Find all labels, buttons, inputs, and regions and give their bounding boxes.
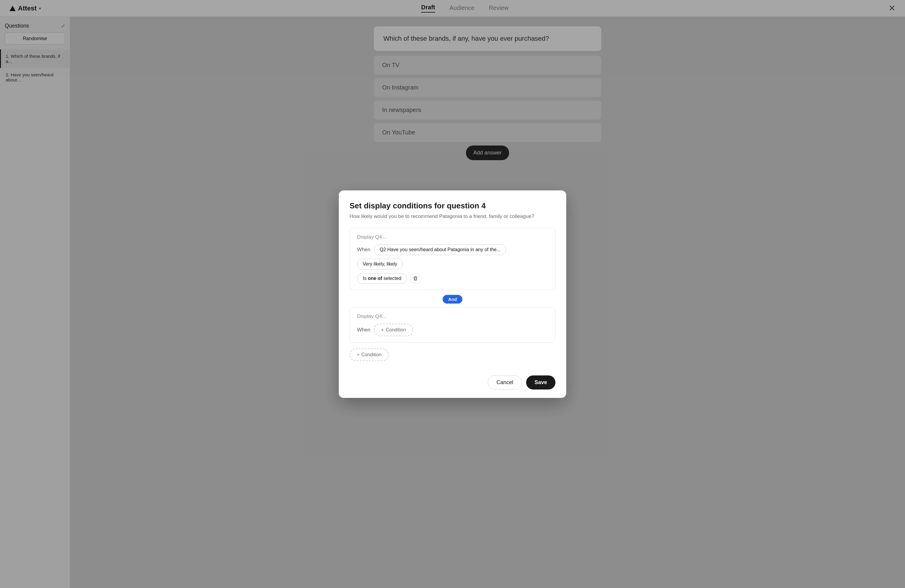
condition-box-2: Display Q4... When + Condition [349, 307, 556, 343]
save-button[interactable]: Save [526, 375, 556, 389]
and-badge: And [443, 295, 462, 304]
display-label-2: Display Q4... [357, 313, 548, 319]
delete-condition-button[interactable] [411, 273, 420, 283]
add-condition-outer: + Condition [349, 348, 556, 361]
add-condition-button-inner[interactable]: + Condition [374, 324, 413, 336]
modal-subtitle: How likely would you be to recommend Pat… [349, 213, 556, 219]
condition-label-outer: Condition [361, 352, 381, 358]
plus-icon: + [381, 327, 384, 333]
condition-label-inner: Condition [386, 327, 406, 333]
modal: Set display conditions for question 4 Ho… [339, 191, 566, 398]
modal-footer: Cancel Save [339, 369, 566, 398]
is-one-of-pill[interactable]: Is one of selected [357, 273, 407, 284]
plus-icon-outer: + [357, 352, 359, 358]
condition-operator-row: Is one of selected [357, 273, 548, 284]
add-condition-button-outer[interactable]: + Condition [349, 348, 389, 361]
modal-body: Set display conditions for question 4 Ho… [339, 191, 566, 369]
modal-overlay: Set display conditions for question 4 Ho… [0, 0, 905, 588]
condition-row-2: When + Condition [357, 324, 548, 336]
question-pill[interactable]: Q2 Have you seen/heard about Patagonia i… [374, 244, 506, 255]
display-label-1: Display Q4... [357, 234, 548, 240]
value-pill[interactable]: Very likely, likely [357, 259, 403, 269]
when-label-1: When [357, 247, 370, 253]
modal-title: Set display conditions for question 4 [349, 201, 556, 210]
when-label-2: When [357, 327, 370, 333]
condition-box-1: Display Q4... When Q2 Have you seen/hear… [349, 228, 556, 290]
and-divider: And [349, 295, 556, 304]
condition-row-1: When Q2 Have you seen/heard about Patago… [357, 244, 548, 269]
cancel-button[interactable]: Cancel [488, 375, 522, 389]
